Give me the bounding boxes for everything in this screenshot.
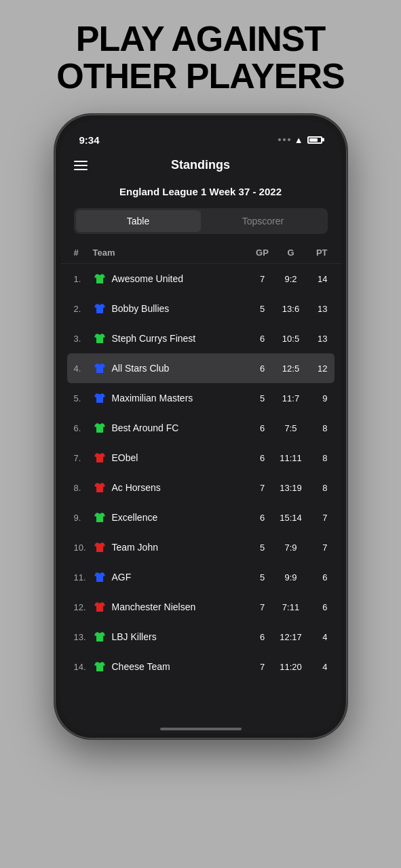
gp-value: 7	[250, 602, 275, 612]
table-row[interactable]: 3. Steph Currys Finest 6 10:5 13	[60, 323, 341, 353]
gp-value: 5	[250, 572, 275, 583]
pt-value: 6	[307, 572, 328, 583]
table-row[interactable]: 2. Bobby Bullies 5 13:6 13	[60, 294, 341, 323]
table-row[interactable]: 8. Ac Horsens 7 13:19 8	[60, 473, 341, 502]
status-time: 9:34	[79, 134, 100, 146]
team-name-label: Team John	[112, 542, 158, 553]
jersey-icon	[93, 660, 107, 673]
pt-value: 8	[307, 423, 328, 433]
headline: PLAY AGAINST OTHER PLAYERS	[56, 20, 344, 94]
rank-label: 3.	[74, 334, 93, 344]
table-row[interactable]: 10. Team John 5 7:9 7	[60, 532, 341, 562]
jersey-icon	[93, 391, 107, 405]
gp-value: 5	[250, 304, 275, 314]
rank-label: 1.	[74, 274, 93, 284]
jersey-icon	[93, 272, 107, 285]
rank-label: 13.	[74, 632, 93, 642]
g-value: 11:11	[275, 453, 307, 463]
table-row[interactable]: 12. Manchester Nielsen 7 7:11 6	[60, 592, 341, 622]
team-name-label: Excellence	[112, 512, 158, 523]
wifi-icon: ▲	[294, 135, 303, 145]
team-name-label: Bobby Bullies	[112, 303, 170, 314]
g-value: 7:9	[275, 542, 307, 553]
g-value: 13:6	[275, 304, 307, 314]
team-name-label: Ac Horsens	[112, 482, 161, 493]
hamburger-menu-button[interactable]	[74, 161, 88, 170]
table-row[interactable]: 4. All Stars Club 6 12:5 12	[67, 353, 335, 383]
rank-label: 10.	[74, 542, 93, 553]
battery-icon	[307, 136, 322, 144]
rank-label: 2.	[74, 304, 93, 314]
rank-label: 14.	[74, 662, 93, 672]
jersey-icon	[93, 302, 107, 315]
table-row[interactable]: 13. LBJ Killers 6 12:17 4	[60, 622, 341, 652]
team-name-label: EObel	[112, 452, 138, 463]
rank-label: 5.	[74, 393, 93, 403]
rank-label: 9.	[74, 513, 93, 523]
g-value: 15:14	[275, 513, 307, 523]
team-name-label: Steph Currys Finest	[112, 333, 196, 344]
g-value: 7:11	[275, 602, 307, 612]
g-value: 7:5	[275, 423, 307, 433]
table-scroll[interactable]: 1. Awesome United 7 9:2 14 2.	[60, 264, 341, 719]
g-value: 12:5	[275, 363, 307, 374]
pt-value: 4	[307, 662, 328, 672]
gp-value: 5	[250, 393, 275, 403]
home-indicator	[60, 719, 341, 733]
g-value: 10:5	[275, 334, 307, 344]
tab-bar: Table Topscorer	[74, 208, 328, 234]
pt-value: 13	[307, 334, 328, 344]
jersey-icon	[93, 332, 107, 345]
table-row[interactable]: 1. Awesome United 7 9:2 14	[60, 264, 341, 294]
phone-screen: 9:34 ▲ S	[60, 120, 341, 733]
gp-value: 6	[250, 423, 275, 433]
jersey-icon	[93, 361, 107, 375]
rank-label: 11.	[74, 572, 93, 583]
rank-label: 12.	[74, 602, 93, 612]
jersey-icon	[93, 600, 107, 614]
jersey-icon	[93, 421, 107, 435]
pt-value: 13	[307, 304, 328, 314]
team-name-label: LBJ Killers	[112, 631, 157, 642]
pt-value: 12	[307, 363, 328, 374]
table-row[interactable]: 7. EObel 6 11:11 8	[60, 443, 341, 473]
g-value: 12:17	[275, 632, 307, 642]
gp-value: 6	[250, 363, 275, 374]
gp-value: 7	[250, 274, 275, 284]
table-row[interactable]: 14. Cheese Team 7 11:20 4	[60, 652, 341, 682]
gp-value: 6	[250, 513, 275, 523]
team-name-label: Maximilian Masters	[112, 393, 193, 403]
gp-value: 6	[250, 453, 275, 463]
g-value: 13:19	[275, 483, 307, 493]
jersey-icon	[93, 540, 107, 554]
table-row[interactable]: 6. Best Around FC 6 7:5 8	[60, 413, 341, 443]
rank-label: 8.	[74, 483, 93, 493]
gp-value: 5	[250, 542, 275, 553]
nav-bar: Standings	[60, 150, 341, 180]
rank-label: 4.	[74, 363, 93, 374]
pt-value: 4	[307, 632, 328, 642]
nav-title: Standings	[171, 158, 230, 172]
tab-table[interactable]: Table	[76, 210, 201, 232]
jersey-icon	[93, 570, 107, 584]
gp-value: 7	[250, 662, 275, 672]
team-name-label: Best Around FC	[112, 422, 179, 433]
team-name-label: Manchester Nielsen	[112, 601, 196, 612]
pt-value: 7	[307, 542, 328, 553]
gp-value: 6	[250, 334, 275, 344]
jersey-icon	[93, 511, 107, 524]
rank-label: 7.	[74, 453, 93, 463]
team-name-label: Awesome United	[112, 273, 184, 284]
table-header-row: # Team GP G PT	[60, 245, 341, 264]
tab-topscorer[interactable]: Topscorer	[201, 210, 326, 232]
pt-value: 14	[307, 274, 328, 284]
status-icons: ▲	[278, 135, 322, 145]
app-content: Standings England League 1 Week 37 - 202…	[60, 150, 341, 719]
league-title: England League 1 Week 37 - 2022	[60, 180, 341, 208]
team-name-label: Cheese Team	[112, 661, 170, 672]
signal-dots-icon	[278, 138, 290, 141]
status-bar: 9:34 ▲	[60, 120, 341, 150]
table-row[interactable]: 5. Maximilian Masters 5 11:7 9	[60, 383, 341, 413]
table-row[interactable]: 9. Excellence 6 15:14 7	[60, 502, 341, 532]
table-row[interactable]: 11. AGF 5 9:9 6	[60, 562, 341, 592]
